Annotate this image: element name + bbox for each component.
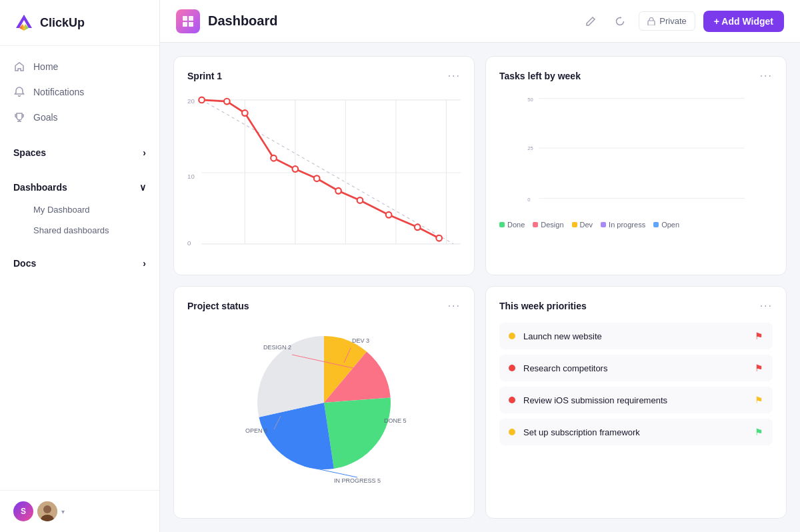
priority-item-3[interactable]: Set up subscription framework ⚑: [499, 419, 773, 445]
svg-text:OPEN 6: OPEN 6: [245, 427, 267, 434]
tasks-by-week-widget: Tasks left by week ··· 50 25 0: [485, 56, 787, 275]
sprint-widget-menu-icon[interactable]: ···: [448, 70, 461, 82]
priority-list: Launch new website ⚑ Research competitor…: [499, 323, 773, 445]
legend-open-label: Open: [661, 221, 679, 229]
sidebar-item-shared-dashboards[interactable]: Shared dashboards: [0, 220, 159, 241]
svg-point-26: [293, 166, 299, 172]
in-progress-dot: [601, 222, 606, 227]
user-menu-chevron-icon[interactable]: ▾: [61, 508, 65, 515]
legend-done: Done: [499, 221, 525, 229]
design-dot: [533, 222, 538, 227]
sidebar-item-my-dashboard[interactable]: My Dashboard: [0, 199, 159, 220]
svg-point-22: [199, 97, 205, 103]
priorities-menu-icon[interactable]: ···: [760, 300, 773, 312]
svg-point-28: [335, 188, 341, 194]
svg-point-24: [242, 110, 248, 116]
legend-in-progress-label: In progress: [609, 221, 645, 229]
priority-dot-3: [509, 429, 515, 435]
dashboard-icon: [176, 9, 200, 33]
my-dashboard-label: My Dashboard: [33, 205, 90, 215]
home-icon: [13, 61, 25, 73]
main-content: Dashboard Private + A: [160, 0, 800, 532]
priority-item-1[interactable]: Research competitors ⚑: [499, 355, 773, 381]
priority-text-1: Research competitors: [523, 363, 747, 373]
dashboard-grid: Sprint 1 ··· 20 10 0: [160, 43, 800, 532]
done-dot: [499, 222, 505, 227]
svg-point-25: [271, 155, 277, 161]
chevron-right-docs-icon: ›: [143, 258, 146, 269]
svg-text:10: 10: [187, 173, 195, 180]
sidebar-item-home[interactable]: Home: [0, 54, 159, 79]
sidebar-bottom: S ▾: [0, 490, 159, 532]
svg-text:50: 50: [527, 97, 533, 103]
svg-point-3: [43, 505, 51, 513]
priority-item-2[interactable]: Review iOS submission requirements ⚑: [499, 387, 773, 413]
edit-button[interactable]: [580, 11, 601, 32]
legend-in-progress: In progress: [601, 221, 645, 229]
legend-done-label: Done: [507, 221, 525, 229]
svg-point-32: [436, 235, 442, 241]
priority-flag-2: ⚑: [755, 395, 763, 405]
sidebar-section-spaces[interactable]: Spaces ›: [0, 141, 159, 165]
svg-text:DEV 3: DEV 3: [352, 337, 369, 344]
sprint-widget: Sprint 1 ··· 20 10 0: [173, 56, 475, 275]
tasks-widget-title: Tasks left by week: [499, 71, 581, 81]
sidebar-section-docs[interactable]: Docs ›: [0, 251, 159, 275]
legend-design: Design: [533, 221, 563, 229]
sidebar-item-notifications[interactable]: Notifications: [0, 79, 159, 105]
sidebar: ClickUp Home Notifications: [0, 0, 160, 532]
sprint-widget-title: Sprint 1: [187, 71, 222, 81]
user-avatar-group[interactable]: S ▾: [13, 501, 65, 521]
user-photo-avatar: [37, 501, 57, 521]
bar-chart-legend: Done Design Dev In progress: [499, 221, 773, 229]
priorities-title: This week priorities: [499, 301, 587, 311]
open-dot: [653, 222, 659, 227]
svg-rect-8: [189, 22, 193, 27]
svg-rect-7: [183, 22, 187, 27]
private-badge[interactable]: Private: [639, 11, 695, 31]
bell-icon: [13, 86, 25, 98]
add-widget-button[interactable]: + Add Widget: [703, 11, 784, 32]
priority-item-0[interactable]: Launch new website ⚑: [499, 323, 773, 349]
project-status-menu-icon[interactable]: ···: [448, 300, 461, 312]
priority-flag-1: ⚑: [755, 363, 763, 373]
svg-point-27: [314, 175, 320, 181]
sidebar-item-notifications-label: Notifications: [33, 87, 84, 97]
priority-flag-0: ⚑: [755, 331, 763, 341]
svg-point-29: [357, 197, 363, 203]
dev-dot: [572, 222, 577, 227]
sidebar-item-goals-label: Goals: [33, 112, 58, 123]
priority-text-3: Set up subscription framework: [523, 427, 747, 437]
svg-text:20: 20: [187, 97, 195, 105]
priority-flag-3: ⚑: [755, 427, 763, 437]
sidebar-section-dashboards-label: Dashboards: [13, 182, 67, 193]
pie-chart: DEV 3 DESIGN 2 DONE 5 IN PROGRESS 5 OPEN…: [187, 323, 461, 496]
topbar-actions: Private + Add Widget: [580, 11, 784, 32]
user-initials-avatar: S: [13, 501, 33, 521]
project-status-widget: Project status ···: [173, 286, 475, 519]
legend-dev: Dev: [572, 221, 593, 229]
priorities-header: This week priorities ···: [499, 300, 773, 312]
sprint-widget-header: Sprint 1 ···: [187, 70, 461, 82]
priority-text-0: Launch new website: [523, 331, 747, 341]
page-title: Dashboard: [208, 13, 572, 29]
tasks-widget-menu-icon[interactable]: ···: [760, 70, 773, 82]
trophy-icon: [13, 111, 25, 123]
sidebar-section-dashboards[interactable]: Dashboards ∨: [0, 175, 159, 199]
bar-chart: 50 25 0: [499, 93, 773, 253]
sidebar-section-spaces-label: Spaces: [13, 147, 46, 158]
svg-text:IN PROGRESS 5: IN PROGRESS 5: [334, 477, 381, 484]
svg-point-30: [386, 212, 392, 218]
sidebar-section-docs-label: Docs: [13, 258, 36, 269]
sidebar-navigation: Home Notifications Goals: [0, 46, 159, 490]
priority-text-2: Review iOS submission requirements: [523, 395, 747, 405]
priorities-widget: This week priorities ··· Launch new webs…: [485, 286, 787, 519]
legend-dev-label: Dev: [580, 221, 593, 229]
chevron-down-icon: ∨: [139, 182, 146, 193]
sidebar-item-goals[interactable]: Goals: [0, 105, 159, 130]
project-status-title: Project status: [187, 301, 249, 311]
svg-rect-6: [189, 16, 193, 21]
refresh-button[interactable]: [609, 11, 631, 32]
legend-open: Open: [653, 221, 679, 229]
sprint-chart: 20 10 0: [187, 93, 461, 253]
